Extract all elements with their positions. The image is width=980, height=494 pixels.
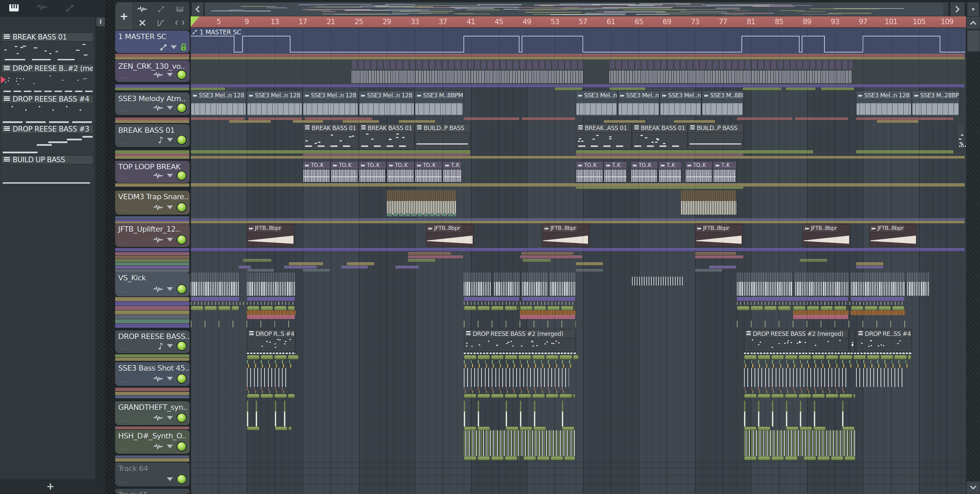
add-pattern-button[interactable]: + [44, 482, 57, 492]
band-clip[interactable] [523, 259, 550, 262]
track-menu-caret[interactable] [170, 45, 177, 49]
track-header[interactable]: SSE3 Bass Shot 45..... [115, 362, 190, 386]
vocal-chop-group[interactable] [352, 60, 583, 84]
vertical-scrollbar-track[interactable] [966, 52, 980, 481]
green-pill-clip[interactable] [520, 306, 533, 311]
timeline-ruler[interactable]: 5913172125293337414549535761656973778185… [191, 16, 966, 28]
green-pill-clip[interactable] [274, 306, 287, 311]
green-pill-clip[interactable] [247, 306, 259, 311]
green-pill-clip[interactable] [561, 306, 573, 311]
kick-clip-group[interactable] [737, 272, 792, 296]
band-clip[interactable] [247, 297, 295, 301]
green-pill-clip[interactable] [288, 306, 295, 311]
band-clip[interactable] [737, 297, 848, 301]
green-pill-clip[interactable] [532, 394, 545, 398]
band-clip[interactable] [800, 259, 827, 262]
green-pill-clip[interactable] [491, 306, 504, 311]
band-clip[interactable] [520, 255, 582, 258]
band-clip[interactable] [239, 266, 251, 269]
green-pill-clip[interactable] [744, 456, 757, 460]
track-name[interactable]: HSH_D#_Synth_O.. [118, 432, 186, 440]
green-pill-clip[interactable] [851, 306, 864, 311]
track-menu-caret[interactable] [167, 73, 173, 76]
kick-waveform-short[interactable] [632, 277, 684, 285]
synth-hit-line[interactable] [247, 401, 248, 427]
band-clip[interactable] [408, 259, 435, 262]
track-header[interactable]: HSH_D#_Synth_O..... [115, 430, 190, 454]
green-pill-clip[interactable] [839, 394, 852, 398]
synth-hit-line[interactable] [842, 401, 843, 427]
green-pill-clip[interactable] [744, 394, 757, 398]
kick-clip-group[interactable] [795, 272, 848, 296]
track-name[interactable]: GRANDTHEFT_syn.. [118, 403, 187, 411]
wave-icon[interactable] [36, 4, 48, 12]
band-clip[interactable] [191, 297, 239, 301]
band-clip[interactable] [191, 88, 225, 90]
track-options-dots[interactable]: ... [119, 237, 128, 245]
pattern-item-header[interactable]: DROP REESE BASS #4 [2, 95, 93, 104]
green-pill-clip[interactable] [288, 355, 299, 359]
track-name[interactable]: Track 65 [118, 491, 148, 494]
green-pill-clip[interactable] [477, 306, 490, 311]
track-name[interactable]: SSE3 Bass Shot 45.. [118, 364, 189, 372]
riser-clip[interactable]: ▸▸JFTB..8bpm [426, 224, 474, 247]
track-options-dots[interactable]: ... [119, 415, 128, 423]
green-pill-clip[interactable] [518, 355, 531, 359]
track-name[interactable]: DROP REESE BASS.. [118, 332, 190, 341]
band-clip[interactable] [229, 120, 270, 123]
track-mute-led[interactable] [177, 234, 187, 245]
kick-clip-group[interactable] [464, 272, 491, 296]
track-options-dots[interactable]: ... [119, 444, 128, 452]
band-clip[interactable] [737, 118, 792, 120]
band-clip[interactable] [284, 266, 317, 269]
green-pill-clip[interactable] [878, 306, 891, 311]
green-pill-clip[interactable] [288, 394, 295, 398]
green-pill-clip[interactable] [560, 355, 572, 359]
synth-hit-line[interactable] [562, 401, 563, 427]
green-pill-clip[interactable] [518, 456, 519, 460]
master-automation-clip[interactable]: 1 MASTER SC [191, 27, 966, 54]
green-pill-clip[interactable] [520, 427, 532, 430]
green-pill-clip[interactable] [881, 355, 893, 359]
riser-clip[interactable]: ▸▸JFTB..8bpm [542, 224, 589, 247]
bass-shot-lines[interactable] [744, 368, 849, 387]
track-options-dots[interactable]: ... [119, 173, 128, 181]
band-clip[interactable] [576, 150, 813, 154]
green-pill-clip[interactable] [560, 394, 572, 398]
zoom-reset-button[interactable] [967, 2, 979, 16]
band-clip[interactable] [303, 269, 330, 272]
band-clip[interactable] [521, 252, 573, 255]
green-pill-clip[interactable] [491, 394, 504, 398]
track-name[interactable]: VS_Kick [118, 274, 146, 282]
green-pill-clip[interactable] [232, 306, 239, 311]
pattern-clip[interactable]: BREAK BASS 01 [359, 123, 414, 150]
track-options-dots[interactable]: ... [119, 72, 128, 80]
track-name[interactable]: VEDM3 Trap Snare.. [118, 193, 188, 201]
green-pill-clip[interactable] [771, 355, 784, 359]
green-pill-clip[interactable] [853, 355, 866, 359]
pattern-item-header[interactable]: DROP REESE B..#2 (merged) [2, 64, 93, 73]
pattern-clip[interactable] [850, 329, 855, 352]
green-pill-clip[interactable] [573, 355, 579, 359]
green-pill-clip[interactable] [546, 394, 558, 398]
track-mute-led[interactable] [177, 171, 187, 181]
pattern-clip[interactable]: DROP R..S #4 [247, 329, 295, 352]
pattern-clip[interactable]: BUILD..P BASS [688, 123, 743, 150]
pattern-item-header[interactable]: BUILD UP BASS [2, 155, 93, 164]
green-pill-clip[interactable] [274, 394, 287, 398]
track-header[interactable]: VS_Kick... [115, 272, 190, 296]
green-pill-clip[interactable] [274, 355, 287, 359]
synth-hit-line[interactable] [464, 401, 465, 427]
green-pill-clip[interactable] [534, 306, 546, 311]
riser-clip[interactable]: ▸▸JFTB..8bpm [695, 224, 743, 247]
green-pill-clip[interactable] [892, 306, 904, 311]
green-pill-clip[interactable] [803, 456, 816, 460]
track-options-dots[interactable]: ... [119, 343, 128, 351]
green-pill-clip[interactable] [800, 427, 812, 430]
track-mute-led[interactable] [177, 70, 187, 80]
audio-clip[interactable]: ▸▸TO..K [631, 161, 658, 183]
track-header[interactable]: SSE3 Melody Atm..... [115, 92, 190, 115]
band-clip[interactable] [464, 118, 519, 120]
green-pill-clip[interactable] [799, 355, 811, 359]
track-mute-led[interactable] [177, 413, 187, 423]
